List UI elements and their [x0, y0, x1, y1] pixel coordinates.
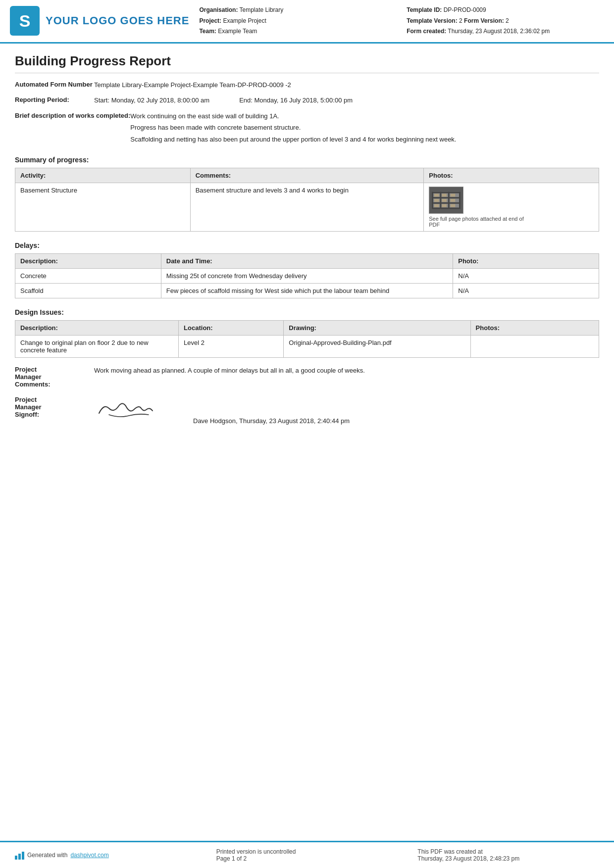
footer-pdf-created: This PDF was created at Thursday, 23 Aug…: [417, 848, 599, 862]
design-col-location: Location:: [179, 321, 284, 336]
header: S YOUR LOGO GOES HERE Organisation: Temp…: [0, 0, 614, 44]
footer: Generated with dashpivot.com Printed ver…: [0, 841, 614, 868]
dashpivot-link[interactable]: dashpivot.com: [70, 852, 108, 859]
design-section-title: Design Issues:: [15, 308, 599, 316]
logo-area: S YOUR LOGO GOES HERE: [10, 5, 189, 37]
bar-1: [15, 856, 17, 860]
header-col-right: Template ID: DP-PROD-0009 Template Versi…: [407, 5, 599, 37]
desc-line-1: Work continuing on the east side wall of…: [130, 111, 599, 121]
pdf-created-text: This PDF was created at: [417, 848, 599, 855]
svg-rect-14: [451, 194, 456, 197]
design-photos-1: [470, 336, 599, 358]
reporting-period-value: Start: Monday, 02 July 2018, 8:00:00 am …: [94, 96, 599, 105]
photo-thumbnail: [429, 187, 463, 214]
design-col-drawing: Drawing:: [284, 321, 470, 336]
footer-uncontrolled: Printed version is uncontrolled Page 1 o…: [216, 848, 398, 862]
manager-signoff-label: ProjectManagerSignoff:: [15, 396, 94, 418]
manager-signoff-label-text: ProjectManagerSignoff:: [15, 396, 41, 418]
org-row: Organisation: Template Library: [199, 5, 392, 16]
page-wrapper: S YOUR LOGO GOES HERE Organisation: Temp…: [0, 0, 614, 868]
reporting-period-end: End: Monday, 16 July 2018, 5:00:00 pm: [239, 96, 353, 105]
progress-photos-cell: See full page photos attached at end of …: [424, 183, 599, 232]
reporting-period-label: Reporting Period:: [15, 96, 94, 103]
delay-desc-2: Scaffold: [15, 284, 161, 298]
pdf-created-date: Thursday, 23 August 2018, 2:48:23 pm: [417, 855, 599, 862]
design-col-photos: Photos:: [470, 321, 599, 336]
table-row: Basement Structure Basement structure an…: [15, 183, 599, 232]
manager-comments-value: Work moving ahead as planned. A couple o…: [94, 366, 599, 376]
delay-datetime-1: Missing 25t of concrete from Wednesday d…: [161, 269, 453, 284]
svg-rect-17: [451, 199, 456, 202]
svg-rect-9: [432, 197, 460, 199]
delays-header-row: Description: Date and Time: Photo:: [15, 254, 599, 269]
logo-text: YOUR LOGO GOES HERE: [46, 14, 189, 27]
uncontrolled-text: Printed version is uncontrolled: [216, 848, 398, 855]
table-row: Concrete Missing 25t of concrete from We…: [15, 269, 599, 284]
project-row: Project: Example Project: [199, 16, 392, 27]
footer-bars-icon: [15, 851, 24, 860]
progress-col-comments: Comments:: [190, 168, 424, 183]
design-col-description: Description:: [15, 321, 179, 336]
svg-rect-12: [434, 194, 439, 197]
svg-rect-19: [442, 204, 447, 207]
brief-description-value: Work continuing on the east side wall of…: [130, 111, 599, 146]
bar-2: [18, 854, 21, 860]
delays-col-datetime: Date and Time:: [161, 254, 453, 269]
design-location-1: Level 2: [179, 336, 284, 358]
signoff-inline: Dave Hodgson, Thursday, 23 August 2018, …: [94, 396, 350, 425]
manager-signoff-row: ProjectManagerSignoff: Dave Hodgson, Thu…: [15, 396, 599, 425]
desc-line-2: Progress has been made with concrete bas…: [130, 123, 599, 133]
svg-rect-4: [432, 192, 433, 209]
svg-rect-13: [442, 194, 447, 197]
generated-text: Generated with: [27, 852, 67, 859]
manager-comments-label: ProjectManagerComments:: [15, 366, 94, 388]
delays-section-title: Delays:: [15, 241, 599, 249]
brief-description-row: Brief description of works completed: Wo…: [15, 111, 599, 146]
svg-rect-5: [440, 192, 442, 209]
signature-area: [94, 396, 158, 425]
automated-form-number-value: Template Library-Example Project-Example…: [94, 80, 599, 90]
svg-rect-16: [442, 199, 447, 202]
manager-comments-label-text: ProjectManagerComments:: [15, 366, 51, 388]
design-header-row: Description: Location: Drawing: Photos:: [15, 321, 599, 336]
reporting-period-start: Start: Monday, 02 July 2018, 8:00:00 am: [94, 96, 209, 105]
design-table: Description: Location: Drawing: Photos: …: [15, 320, 599, 358]
delay-photo-1: N/A: [453, 269, 599, 284]
svg-rect-11: [432, 208, 460, 209]
progress-table: Activity: Comments: Photos: Basement Str…: [15, 168, 599, 232]
signoff-name-date: Dave Hodgson, Thursday, 23 August 2018, …: [193, 417, 350, 425]
desc-line-3: Scaffolding and netting has also been pu…: [130, 135, 599, 145]
brief-description-label: Brief description of works completed:: [15, 111, 130, 119]
team-row: Team: Example Team: [199, 26, 392, 37]
table-row: Change to original plan on floor 2 due t…: [15, 336, 599, 358]
svg-rect-15: [434, 199, 439, 202]
delays-col-description: Description:: [15, 254, 161, 269]
manager-comments-row: ProjectManagerComments: Work moving ahea…: [15, 366, 599, 388]
svg-rect-8: [432, 192, 460, 193]
page-text: Page 1 of 2: [216, 855, 398, 862]
footer-generated: Generated with dashpivot.com: [15, 851, 197, 860]
svg-rect-10: [432, 202, 460, 204]
progress-comments-cell: Basement structure and levels 3 and 4 wo…: [190, 183, 424, 232]
bar-3: [22, 852, 24, 860]
signature-image: [94, 396, 158, 423]
progress-col-activity: Activity:: [15, 168, 191, 183]
design-desc-1: Change to original plan on floor 2 due t…: [15, 336, 179, 358]
delays-table: Description: Date and Time: Photo: Concr…: [15, 253, 599, 298]
main-content: Building Progress Report Automated Form …: [0, 44, 614, 841]
photo-cell: See full page photos attached at end of …: [429, 187, 594, 228]
svg-rect-20: [451, 204, 456, 207]
progress-col-photos: Photos:: [424, 168, 599, 183]
svg-text:S: S: [19, 11, 31, 30]
header-meta: Organisation: Template Library Project: …: [199, 5, 599, 37]
logo-icon: S: [10, 6, 40, 36]
delay-datetime-2: Few pieces of scaffold missing for West …: [161, 284, 453, 298]
table-row: Scaffold Few pieces of scaffold missing …: [15, 284, 599, 298]
svg-rect-18: [434, 204, 439, 207]
reporting-period-dates: Start: Monday, 02 July 2018, 8:00:00 am …: [94, 96, 599, 105]
form-created-row: Form created: Thursday, 23 August 2018, …: [407, 26, 599, 37]
automated-form-number-label: Automated Form Number: [15, 80, 94, 88]
design-drawing-1: Original-Approved-Building-Plan.pdf: [284, 336, 470, 358]
progress-table-header-row: Activity: Comments: Photos:: [15, 168, 599, 183]
reporting-period-row: Reporting Period: Start: Monday, 02 July…: [15, 96, 599, 105]
